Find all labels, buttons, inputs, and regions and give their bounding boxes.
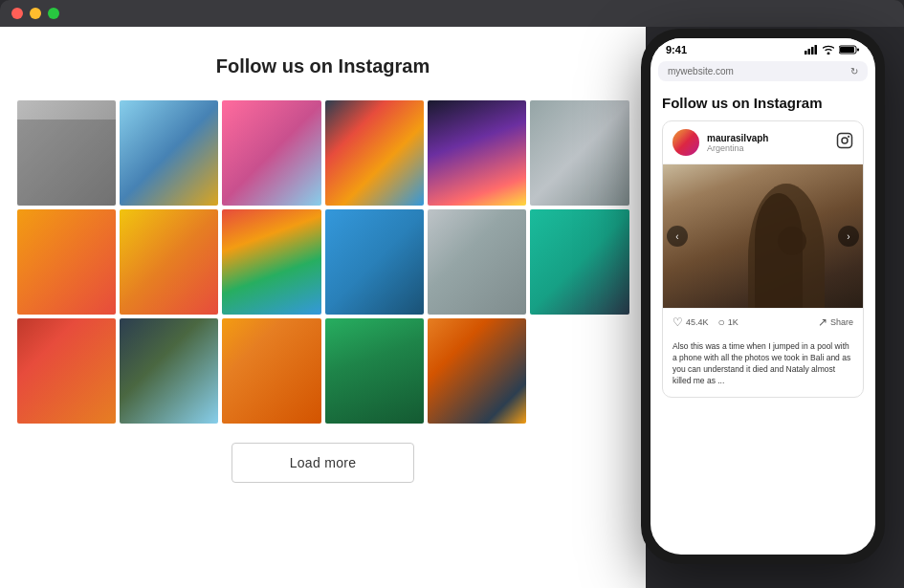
- grid-item-14[interactable]: [120, 318, 218, 424]
- grid-item-1[interactable]: [17, 100, 116, 206]
- carousel-prev-button[interactable]: ‹: [667, 226, 688, 247]
- svg-point-9: [849, 137, 849, 138]
- user-location: Argentina: [707, 143, 768, 153]
- phone-time: 9:41: [666, 44, 687, 55]
- battery-icon: [839, 45, 860, 54]
- grid-item-10[interactable]: [325, 209, 424, 315]
- heart-icon: ♡: [672, 316, 683, 329]
- likes-count: 45.4K: [686, 317, 709, 327]
- load-more-button[interactable]: Load more: [232, 443, 415, 483]
- user-avatar: [672, 129, 699, 156]
- refresh-icon[interactable]: ↻: [850, 66, 858, 76]
- carousel-next-button[interactable]: ›: [838, 226, 859, 247]
- window-minimize-dot[interactable]: [30, 8, 41, 19]
- card-user: maurasilvaph Argentina: [672, 129, 768, 156]
- svg-rect-5: [840, 47, 854, 53]
- instagram-grid: [17, 100, 629, 424]
- grid-item-8[interactable]: [120, 209, 218, 315]
- grid-item-15[interactable]: [222, 318, 320, 424]
- phone-status-bar: 9:41: [650, 38, 875, 57]
- svg-rect-0: [805, 51, 807, 54]
- svg-rect-1: [808, 49, 811, 54]
- section-title: Follow us on Instagram: [216, 55, 430, 77]
- card-header: maurasilvaph Argentina: [663, 121, 863, 164]
- window-chrome: [0, 0, 904, 27]
- card-actions: ♡ 45.4K ○ 1K ↗ Share: [663, 308, 863, 336]
- phone-screen: 9:41: [650, 38, 875, 555]
- window-maximize-dot[interactable]: [48, 8, 59, 19]
- grid-item-5[interactable]: [428, 100, 526, 206]
- svg-point-8: [842, 138, 848, 143]
- grid-item-4[interactable]: [325, 100, 424, 206]
- phone-browser-bar[interactable]: mywebsite.com ↻: [658, 61, 868, 81]
- wifi-icon: [821, 45, 836, 54]
- comment-action[interactable]: ○ 1K: [718, 316, 739, 329]
- comments-count: 1K: [728, 317, 739, 327]
- phone-section-title: Follow us on Instagram: [662, 95, 864, 111]
- grid-item-6[interactable]: [530, 100, 628, 206]
- grid-item-13[interactable]: [17, 318, 116, 424]
- like-action[interactable]: ♡ 45.4K: [672, 316, 709, 329]
- share-icon: ↗: [818, 316, 827, 329]
- grid-item-17[interactable]: [428, 318, 526, 424]
- grid-item-12[interactable]: [530, 209, 628, 315]
- grid-item-2[interactable]: [120, 100, 218, 206]
- grid-item-9[interactable]: [222, 209, 320, 315]
- username[interactable]: maurasilvaph: [707, 133, 768, 143]
- main-content: Follow us on Instagram Load more: [0, 27, 646, 588]
- signal-icon: [805, 45, 818, 54]
- post-caption: Also this was a time when I jumped in a …: [663, 336, 863, 397]
- grid-item-16[interactable]: [325, 318, 424, 424]
- grid-item-7[interactable]: [17, 209, 116, 315]
- svg-rect-6: [857, 49, 859, 52]
- user-info: maurasilvaph Argentina: [707, 133, 768, 153]
- instagram-card: maurasilvaph Argentina: [662, 120, 864, 398]
- share-label: Share: [830, 317, 853, 327]
- phone-status-icons: [805, 45, 860, 54]
- phone-content: Follow us on Instagram maurasilvaph Arge…: [650, 85, 875, 555]
- phone-mockup: 9:41: [641, 29, 885, 564]
- window-close-dot[interactable]: [11, 8, 23, 19]
- share-action[interactable]: ↗ Share: [818, 316, 853, 329]
- svg-rect-2: [811, 47, 814, 54]
- svg-rect-3: [815, 45, 818, 54]
- grid-item-11[interactable]: [428, 209, 526, 315]
- browser-url: mywebsite.com: [668, 66, 734, 76]
- comment-icon: ○: [718, 316, 725, 329]
- grid-item-3[interactable]: [222, 100, 320, 206]
- instagram-icon[interactable]: [836, 132, 853, 153]
- card-image: [663, 164, 863, 308]
- card-image-container: ‹ ›: [663, 164, 863, 308]
- svg-rect-7: [838, 134, 852, 148]
